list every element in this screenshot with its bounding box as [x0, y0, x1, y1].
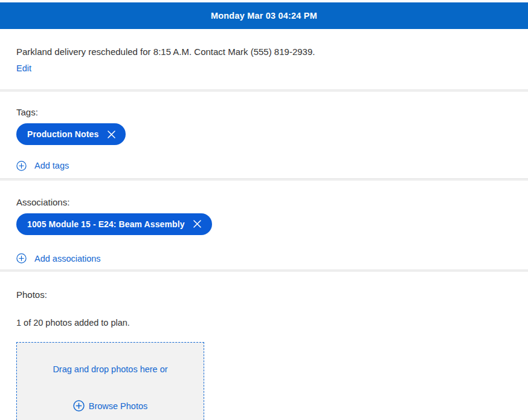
add-tags-button[interactable]: Add tags: [16, 159, 69, 172]
association-chip-label: 1005 Module 15 - E24: Beam Assembly: [27, 219, 185, 229]
remove-association-button[interactable]: [193, 219, 202, 229]
circled-plus-icon: [73, 400, 85, 412]
browse-photos-label: Browse Photos: [89, 401, 148, 411]
tag-chip: Production Notes: [16, 123, 126, 145]
browse-photos-button[interactable]: Browse Photos: [73, 400, 148, 412]
tags-chip-row: Production Notes: [16, 123, 512, 145]
edit-link[interactable]: Edit: [16, 62, 31, 75]
tags-section: Tags: Production Notes Add tags: [0, 92, 528, 178]
date-header-bar: Monday Mar 03 04:24 PM: [0, 2, 528, 29]
dropzone-drag-text: Drag and drop photos here or: [53, 363, 167, 376]
add-tags-label: Add tags: [34, 159, 69, 172]
tags-label: Tags:: [16, 106, 512, 118]
photo-dropzone[interactable]: Drag and drop photos here or Browse Phot…: [16, 342, 204, 420]
associations-chip-row: 1005 Module 15 - E24: Beam Assembly: [16, 213, 512, 235]
x-icon: [193, 219, 202, 228]
associations-label: Associations:: [16, 196, 512, 208]
circled-plus-icon: [16, 161, 27, 171]
x-icon: [107, 130, 116, 139]
tag-chip-label: Production Notes: [27, 129, 98, 139]
associations-section: Associations: 1005 Module 15 - E24: Beam…: [0, 181, 528, 270]
add-associations-label: Add associations: [34, 252, 101, 265]
photos-label: Photos:: [16, 289, 512, 301]
photos-count-text: 1 of 20 photos added to plan.: [16, 316, 512, 329]
photos-section: Photos: 1 of 20 photos added to plan. Dr…: [0, 272, 528, 420]
note-section: Parkland delivery rescheduled for 8:15 A…: [0, 29, 528, 89]
remove-tag-button[interactable]: [106, 129, 116, 139]
note-text: Parkland delivery rescheduled for 8:15 A…: [16, 45, 512, 59]
add-associations-button[interactable]: Add associations: [16, 252, 101, 265]
circled-plus-icon: [16, 253, 27, 263]
date-header-title: Monday Mar 03 04:24 PM: [211, 11, 317, 21]
association-chip: 1005 Module 15 - E24: Beam Assembly: [16, 213, 212, 235]
